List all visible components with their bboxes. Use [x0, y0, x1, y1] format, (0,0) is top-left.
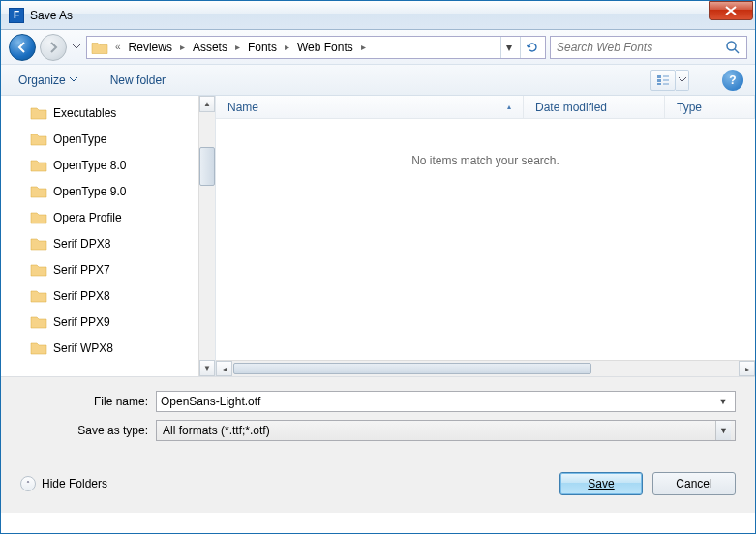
svg-rect-2: [657, 79, 661, 82]
tree-item[interactable]: OpenType 8.0: [1, 152, 215, 178]
tree-item[interactable]: OpenType 9.0: [1, 178, 215, 204]
folder-icon: [30, 158, 47, 172]
refresh-icon: [526, 41, 539, 54]
view-button[interactable]: [650, 70, 676, 91]
column-date[interactable]: Date modified: [524, 96, 665, 118]
hide-folders-button[interactable]: ˄ Hide Folders: [20, 476, 107, 491]
breadcrumb-item[interactable]: Reviews: [126, 39, 175, 56]
dialog-footer: ˄ Hide Folders Save Cancel: [1, 455, 755, 513]
tree-item-label: Serif PPX9: [53, 315, 110, 329]
tree-item[interactable]: Serif PPX7: [1, 256, 215, 282]
tree-item-label: Serif PPX7: [53, 263, 110, 277]
tree-item-label: OpenType: [53, 133, 106, 146]
tree-item[interactable]: Serif PPX9: [1, 309, 215, 335]
column-headers: Name▴ Date modified Type: [216, 96, 755, 119]
folder-icon: [30, 341, 47, 355]
save-form: File name: ▼ Save as type: All formats (…: [1, 376, 755, 455]
back-button[interactable]: [9, 34, 36, 61]
folder-icon: [30, 262, 47, 277]
breadcrumb: « Reviews ▸ Assets ▸ Fonts ▸ Web Fonts ▸: [112, 39, 497, 56]
tree-item-label: Opera Profile: [53, 211, 122, 224]
folder-icon: [30, 105, 47, 120]
folder-icon: [30, 288, 47, 303]
breadcrumb-item[interactable]: Web Fonts: [294, 39, 356, 56]
tree-item[interactable]: Executables: [1, 100, 215, 126]
hide-folders-label: Hide Folders: [42, 477, 107, 490]
chevron-down-icon: [70, 77, 77, 82]
arrow-left-icon: [15, 41, 29, 54]
chevron-right-icon: ▸: [232, 40, 243, 54]
svg-point-0: [727, 42, 736, 50]
content-area: Executables OpenType OpenType 8.0 OpenTy…: [1, 96, 755, 376]
breadcrumb-item[interactable]: Fonts: [245, 39, 280, 56]
filename-input[interactable]: [161, 395, 715, 408]
chevron-up-icon: ˄: [20, 476, 36, 491]
sort-indicator-icon: ▴: [507, 103, 511, 111]
organize-label: Organize: [18, 74, 66, 87]
breadcrumb-item[interactable]: Assets: [190, 39, 230, 56]
savetype-combo[interactable]: All formats (*.ttf;*.otf) ▼: [156, 420, 736, 441]
chevron-right-icon: ▸: [177, 40, 188, 54]
app-icon: F: [9, 8, 24, 23]
list-h-scrollbar[interactable]: ◂ ▸: [216, 360, 755, 376]
tree-item[interactable]: OpenType: [1, 126, 215, 152]
svg-rect-3: [657, 83, 661, 85]
tree-item-label: Executables: [53, 106, 116, 120]
tree-item[interactable]: Opera Profile: [1, 204, 215, 230]
scroll-right-icon[interactable]: ▸: [739, 361, 755, 376]
tree-item-label: Serif WPX8: [53, 341, 113, 355]
tree-item-label: OpenType 9.0: [53, 185, 126, 198]
scroll-down-icon[interactable]: ▼: [199, 360, 215, 376]
folder-icon: [30, 236, 47, 251]
nav-history-dropdown[interactable]: [71, 38, 82, 57]
tree-item[interactable]: Serif WPX8: [1, 335, 215, 361]
arrow-right-icon: [46, 41, 60, 54]
title-bar: F Save As: [1, 1, 755, 30]
new-folder-label: New folder: [110, 74, 166, 87]
refresh-button[interactable]: [520, 37, 543, 58]
folder-icon: [30, 132, 47, 146]
address-dropdown[interactable]: ▾: [500, 37, 516, 58]
column-type[interactable]: Type: [665, 96, 755, 118]
view-icon: [656, 74, 670, 86]
scroll-left-icon[interactable]: ◂: [216, 361, 232, 376]
file-list: Name▴ Date modified Type No items match …: [216, 96, 755, 376]
forward-button[interactable]: [40, 34, 67, 61]
scroll-up-icon[interactable]: ▲: [199, 96, 215, 112]
tree-item-label: Serif DPX8: [53, 237, 110, 251]
breadcrumb-root[interactable]: «: [112, 40, 124, 54]
folder-icon: [91, 40, 108, 55]
nav-bar: « Reviews ▸ Assets ▸ Fonts ▸ Web Fonts ▸…: [1, 30, 755, 65]
address-bar[interactable]: « Reviews ▸ Assets ▸ Fonts ▸ Web Fonts ▸…: [86, 36, 546, 59]
column-name[interactable]: Name▴: [216, 96, 524, 118]
folder-icon: [30, 210, 47, 224]
save-button[interactable]: Save: [559, 472, 643, 495]
filename-combo[interactable]: ▼: [156, 391, 736, 412]
new-folder-button[interactable]: New folder: [105, 70, 171, 91]
view-dropdown[interactable]: [676, 70, 689, 91]
scroll-thumb[interactable]: [199, 147, 215, 186]
tree-item-label: Serif PPX8: [53, 289, 110, 303]
tree-item-label: OpenType 8.0: [53, 159, 126, 172]
svg-rect-1: [657, 75, 661, 78]
folder-icon: [30, 314, 47, 329]
chevron-down-icon[interactable]: ▼: [715, 397, 731, 406]
chevron-down-icon[interactable]: ▼: [715, 421, 731, 440]
search-box[interactable]: [550, 36, 747, 59]
window-title: Save As: [30, 9, 709, 22]
search-input[interactable]: [557, 41, 725, 54]
help-icon: ?: [729, 74, 736, 87]
chevron-down-icon: [679, 77, 686, 82]
tree-scrollbar[interactable]: ▲ ▼: [198, 96, 215, 376]
tree-item[interactable]: Serif PPX8: [1, 282, 215, 309]
tree-item[interactable]: Serif DPX8: [1, 230, 215, 256]
organize-button[interactable]: Organize: [13, 70, 83, 91]
close-button[interactable]: [709, 1, 753, 20]
search-icon: [725, 40, 741, 55]
savetype-value: All formats (*.ttf;*.otf): [161, 424, 715, 437]
cancel-button[interactable]: Cancel: [652, 472, 736, 495]
scroll-thumb[interactable]: [233, 363, 591, 374]
help-button[interactable]: ?: [722, 70, 743, 91]
folder-icon: [30, 184, 47, 198]
command-bar: Organize New folder ?: [1, 65, 755, 96]
